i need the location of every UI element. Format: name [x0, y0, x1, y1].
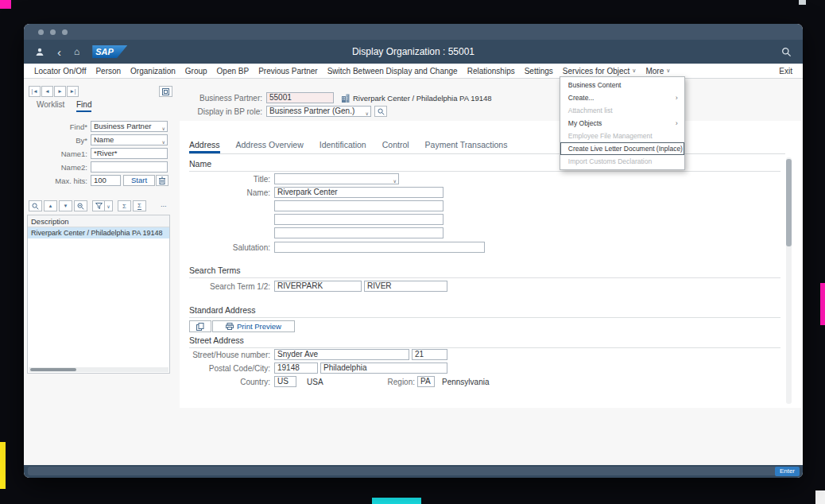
menubar-item-locator-on-off[interactable]: Locator On/Off [34, 67, 86, 76]
back-icon[interactable]: ‹ [57, 46, 61, 58]
tab-address-overview[interactable]: Address Overview [236, 140, 304, 153]
expand-locator-button[interactable] [159, 86, 172, 97]
user-icon[interactable] [35, 47, 45, 56]
menubar-item-open-bp[interactable]: Open BP [217, 67, 250, 76]
search-icon[interactable] [781, 47, 792, 57]
role-search-button[interactable] [374, 106, 387, 117]
menu-item-create-live-letter-document[interactable]: Create Live Letter Document (Inplace) [560, 142, 684, 155]
horizontal-scrollbar[interactable] [29, 367, 168, 372]
results-column-header[interactable]: Description [28, 215, 169, 227]
filter-button[interactable] [92, 200, 105, 211]
find-select[interactable]: Business Partner∨ [91, 121, 168, 132]
salutation-input[interactable] [274, 242, 485, 253]
tab-address[interactable]: Address [189, 140, 220, 153]
subtotal-button[interactable]: Σ [133, 200, 146, 211]
by-select[interactable]: Name∨ [91, 134, 168, 145]
previous-record-button[interactable]: ◄ [41, 86, 53, 97]
app-header: Display Organization : 55001 ‹ ⌂ SAP [24, 40, 803, 64]
trash-icon [159, 176, 165, 184]
menu-item-my-objects[interactable]: My Objects › [560, 117, 684, 130]
next-record-button[interactable]: ► [54, 86, 66, 97]
menubar: Locator On/Off Person Organization Group… [24, 64, 803, 79]
print-preview-button[interactable]: Print Preview [212, 320, 295, 332]
find-icon [77, 203, 84, 210]
sort-ascending-button[interactable]: ▲ [44, 200, 57, 211]
sum-button[interactable]: Σ [118, 200, 131, 211]
menubar-item-group[interactable]: Group [185, 67, 207, 76]
sort-descending-icon: ▼ [64, 204, 68, 208]
street-address-heading: Street Address [189, 335, 780, 348]
name-input[interactable]: Riverpark Center [274, 187, 443, 198]
screenshot-canvas: Display Organization : 55001 ‹ ⌂ SAP Loc… [0, 0, 825, 504]
name2-row [180, 200, 784, 212]
postal-code-input[interactable]: 19148 [274, 362, 318, 374]
menu-item-business-content[interactable]: Business Content [560, 79, 684, 91]
menubar-item-organization[interactable]: Organization [130, 67, 176, 76]
postal-row: Postal Code/City: 19148 Philadelphia [180, 362, 784, 374]
menubar-item-services-for-object[interactable]: Services for Object ∨ Business Content C… [563, 67, 637, 76]
last-record-button[interactable]: ►| [67, 86, 79, 97]
by-value: Name [94, 135, 114, 144]
search-term2-input[interactable]: RIVER [364, 281, 447, 292]
detail-panel: Address Address Overview Identification … [180, 121, 801, 408]
menubar-item-relationships[interactable]: Relationships [467, 67, 515, 76]
menubar-item-exit[interactable]: Exit [779, 67, 792, 76]
tab-control[interactable]: Control [382, 140, 409, 153]
name1-input[interactable]: *River* [91, 148, 168, 159]
menubar-item-label: Switch Between Display and Change [327, 67, 458, 76]
home-icon[interactable]: ⌂ [74, 47, 79, 56]
street-input[interactable]: Snyder Ave [274, 349, 409, 360]
name2-input[interactable] [91, 161, 168, 173]
title-select[interactable]: ∨ [274, 173, 399, 184]
find-label: Find* [27, 121, 87, 133]
menu-item-attachment-list[interactable]: Attachment list [560, 104, 684, 117]
name3-input[interactable] [274, 214, 443, 225]
city-input[interactable]: Philadelphia [320, 362, 447, 374]
by-label: By* [27, 134, 87, 146]
tab-worklist[interactable]: Worklist [37, 100, 64, 110]
start-button[interactable]: Start [123, 175, 155, 186]
scrollbar-thumb[interactable] [30, 368, 76, 371]
window-close-button[interactable] [38, 29, 44, 35]
building-icon [341, 94, 350, 103]
window-minimize-button[interactable] [50, 29, 56, 35]
display-role-select[interactable]: Business Partner (Gen.)∨ [266, 106, 371, 117]
house-number-input[interactable]: 21 [412, 349, 447, 360]
scrollbar-thumb[interactable] [786, 159, 792, 246]
country-input[interactable]: US [274, 376, 296, 387]
menubar-item-more[interactable]: More ∨ [645, 67, 670, 76]
menu-item-employee-file-management[interactable]: Employee File Management [560, 130, 684, 142]
menu-item-import-customs-declaration[interactable]: Import Customs Declaration [560, 155, 684, 168]
window-maximize-button[interactable] [62, 29, 68, 35]
details-button[interactable] [29, 200, 42, 211]
business-partner-input[interactable]: 55001 [266, 92, 334, 103]
sort-descending-button[interactable]: ▼ [59, 200, 72, 211]
tab-payment-transactions[interactable]: Payment Transactions [425, 140, 508, 153]
menubar-item-settings[interactable]: Settings [525, 67, 553, 76]
name2-input[interactable] [274, 200, 443, 211]
search-icon [378, 108, 385, 115]
delete-button[interactable] [156, 175, 168, 186]
toolbar-more-button[interactable]: ... [161, 200, 167, 208]
partner-description: Riverpark Center / Philadelphia PA 19148 [353, 92, 492, 104]
enter-button[interactable]: Enter [775, 467, 800, 476]
menu-item-create[interactable]: Create... › [560, 91, 684, 104]
tab-identification[interactable]: Identification [320, 140, 366, 153]
tab-find[interactable]: Find [76, 100, 91, 112]
region-input[interactable]: PA [417, 376, 435, 387]
menubar-item-previous-partner[interactable]: Previous Partner [258, 67, 317, 76]
max-hits-input[interactable]: 100 [91, 175, 121, 186]
name3-row [180, 214, 784, 226]
filter-dropdown-button[interactable]: ∨ [104, 200, 113, 211]
submenu-arrow-icon: › [676, 91, 678, 104]
search-term1-input[interactable]: RIVERPARK [274, 281, 362, 292]
find-button[interactable] [74, 200, 87, 211]
vertical-scrollbar[interactable] [786, 157, 792, 404]
chevron-down-icon: ∨ [666, 68, 670, 74]
list-item[interactable]: Riverpark Center / Philadelphia PA 19148 [28, 227, 169, 238]
menubar-item-switch-display-change[interactable]: Switch Between Display and Change [327, 67, 458, 76]
menubar-item-person[interactable]: Person [95, 67, 121, 76]
address-versions-button[interactable] [189, 320, 211, 332]
name4-input[interactable] [274, 227, 443, 238]
first-record-button[interactable]: |◄ [29, 86, 41, 97]
